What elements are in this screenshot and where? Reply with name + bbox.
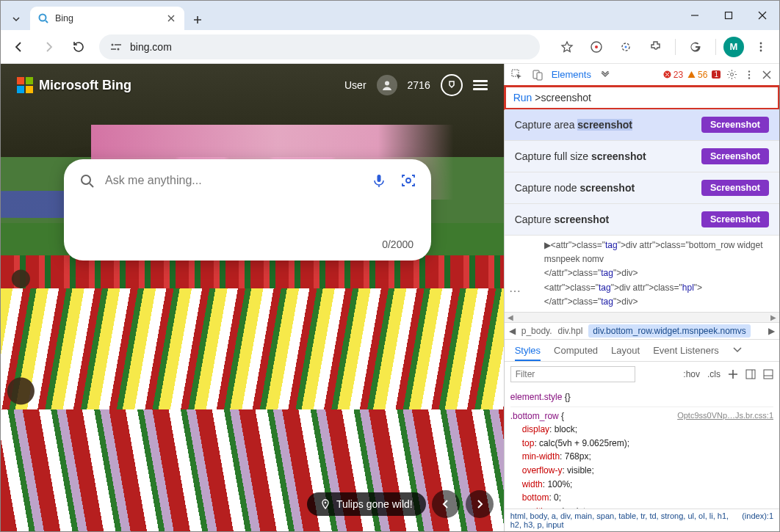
- styles-subtab[interactable]: Layout: [611, 345, 640, 356]
- tab-search-button[interactable]: [5, 8, 27, 30]
- bing-menu-button[interactable]: [473, 78, 488, 92]
- prev-image-button[interactable]: [432, 490, 460, 518]
- screenshot-badge: Screenshot: [701, 117, 769, 133]
- voice-search-icon[interactable]: [368, 170, 390, 192]
- inspect-element-icon[interactable]: [510, 68, 524, 81]
- rewards-points[interactable]: 2716: [408, 79, 430, 91]
- styles-subtab[interactable]: Styles: [515, 345, 541, 361]
- dom-tree[interactable]: ▶<attr">class="tag">div attr">class="bot…: [505, 236, 779, 312]
- location-pin-icon: [320, 499, 331, 509]
- command-menu-input[interactable]: Run >screenshot: [504, 85, 780, 110]
- window-controls: [678, 1, 779, 30]
- tab-strip: Bing: [1, 1, 208, 30]
- window-titlebar: Bing: [1, 1, 779, 30]
- rewards-badge-icon[interactable]: [441, 74, 463, 96]
- command-option[interactable]: Capture full size screenshotScreenshot: [505, 141, 779, 172]
- search-input[interactable]: Ask me anything...: [105, 174, 361, 187]
- toolbar-divider: [715, 39, 716, 55]
- matched-selectors-footer: html, body, a, div, main, span, table, t…: [505, 509, 779, 531]
- content-split: Microsoft Bing User 2716 Ask me anything…: [1, 64, 779, 531]
- devtools-tab-elements[interactable]: Elements: [552, 69, 591, 80]
- window-minimize-button[interactable]: [678, 1, 712, 30]
- dom-horizontal-scrollbar[interactable]: ◀▶: [505, 312, 779, 322]
- search-textarea[interactable]: [76, 192, 419, 236]
- site-settings-icon[interactable]: [109, 42, 123, 52]
- styles-subtab[interactable]: Computed: [554, 345, 598, 356]
- bookmark-star-button[interactable]: [555, 34, 579, 59]
- command-option[interactable]: Capture node screenshotScreenshot: [505, 172, 779, 204]
- new-style-rule-icon[interactable]: [728, 369, 738, 379]
- computed-sidebar-icon[interactable]: [745, 369, 756, 379]
- forward-button[interactable]: [36, 34, 61, 59]
- window-close-button[interactable]: [745, 1, 779, 30]
- breadcrumb-item-selected[interactable]: div.bottom_row.widget.msnpeek.nomvs: [588, 324, 751, 338]
- hov-toggle[interactable]: :hov: [683, 369, 700, 379]
- more-tabs-icon[interactable]: [732, 346, 743, 354]
- device-toggle-icon[interactable]: [531, 68, 544, 81]
- breadcrumb-item[interactable]: p_body.: [521, 326, 552, 336]
- bing-logo-text: Microsoft Bing: [39, 78, 131, 93]
- next-image-button[interactable]: [466, 490, 494, 518]
- issue-count[interactable]: 1: [712, 70, 721, 79]
- image-caption-bar: Tulips gone wild!: [307, 490, 494, 518]
- chrome-menu-button[interactable]: [748, 34, 773, 59]
- bing-header: Microsoft Bing User 2716: [1, 64, 504, 106]
- styles-subtab[interactable]: Event Listeners: [653, 345, 719, 356]
- address-bar[interactable]: bing.com: [99, 34, 540, 59]
- styles-filter-input[interactable]: [510, 366, 635, 382]
- char-counter: 0/2000: [76, 236, 419, 255]
- screenshot-badge: Screenshot: [701, 148, 769, 164]
- error-count[interactable]: 23: [663, 70, 683, 80]
- extension-a-icon[interactable]: [584, 34, 609, 59]
- devtools-settings-icon[interactable]: [725, 68, 738, 81]
- window-maximize-button[interactable]: [712, 1, 745, 30]
- warning-count[interactable]: 56: [687, 70, 707, 80]
- svg-point-13: [760, 45, 762, 48]
- bing-logo[interactable]: Microsoft Bing: [17, 77, 131, 93]
- tab-title: Bing: [55, 13, 159, 23]
- user-label[interactable]: User: [344, 79, 366, 91]
- image-caption[interactable]: Tulips gone wild!: [307, 492, 426, 516]
- user-avatar-icon[interactable]: [377, 75, 397, 95]
- more-tabs-icon[interactable]: [599, 68, 612, 81]
- svg-point-11: [625, 45, 627, 48]
- browser-toolbar: bing.com M: [1, 30, 779, 64]
- bing-user-area: User 2716: [344, 74, 488, 96]
- visual-search-icon[interactable]: [397, 170, 419, 192]
- lens-icon[interactable]: [613, 34, 638, 59]
- browser-tab[interactable]: Bing: [30, 7, 184, 30]
- command-option[interactable]: Capture screenshotScreenshot: [505, 204, 779, 236]
- new-tab-button[interactable]: [187, 10, 208, 30]
- profile-avatar[interactable]: M: [723, 37, 744, 57]
- devtools-panel: Elements 23 56 1 Run >screenshot Capture…: [504, 64, 779, 531]
- bing-favicon-icon: [37, 12, 49, 24]
- svg-line-1: [46, 21, 48, 23]
- extensions-button[interactable]: [643, 34, 668, 59]
- svg-line-17: [90, 183, 93, 187]
- tab-close-button[interactable]: [165, 12, 177, 24]
- layout-sidebar-icon[interactable]: [763, 369, 773, 379]
- search-icon[interactable]: [76, 170, 98, 192]
- dom-overflow-icon[interactable]: ⋯: [509, 284, 521, 298]
- devtools-menu-icon[interactable]: [743, 68, 756, 81]
- svg-point-4: [112, 43, 114, 45]
- toolbar-right: M: [555, 34, 773, 59]
- svg-point-20: [325, 502, 327, 504]
- reload-button[interactable]: [65, 34, 90, 59]
- breadcrumb-item[interactable]: div.hpl: [558, 326, 583, 336]
- bing-search-card: Ask me anything... 0/2000: [64, 159, 431, 260]
- command-option[interactable]: Capture area screenshotScreenshot: [505, 109, 779, 141]
- screenshot-badge: Screenshot: [701, 211, 769, 227]
- google-shortcut-icon[interactable]: [683, 34, 708, 59]
- bing-page: Microsoft Bing User 2716 Ask me anything…: [1, 64, 504, 531]
- styles-rules-pane[interactable]: element.style {}Optc9ss0VNp…Js.br.css:1.…: [505, 387, 779, 509]
- dom-breadcrumb[interactable]: ◀ p_body. div.hpl div.bottom_row.widget.…: [505, 322, 779, 340]
- svg-rect-23: [537, 73, 542, 80]
- svg-rect-3: [726, 12, 732, 19]
- svg-rect-18: [378, 175, 381, 182]
- cls-toggle[interactable]: .cls: [707, 369, 721, 379]
- svg-point-28: [748, 77, 750, 79]
- devtools-close-icon[interactable]: [760, 68, 773, 81]
- svg-point-12: [760, 42, 762, 44]
- back-button[interactable]: [7, 34, 32, 59]
